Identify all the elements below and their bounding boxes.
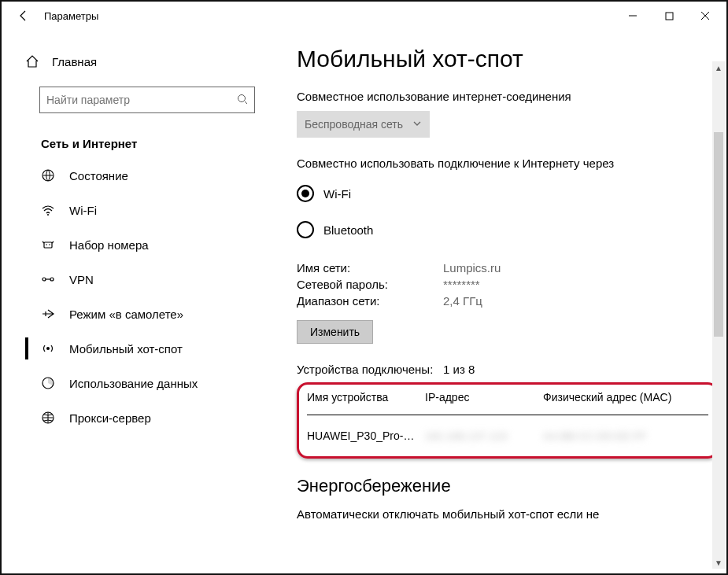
network-password-label: Сетевой пароль: [297,278,443,291]
edit-button[interactable]: Изменить [297,320,373,344]
sidebar-home[interactable]: Главная [2,46,281,77]
back-button[interactable] [5,2,42,30]
sidebar-item-vpn[interactable]: VPN [2,262,281,297]
svg-point-7 [47,214,49,216]
radio-label: Wi-Fi [323,187,351,201]
sidebar-home-label: Главная [52,55,97,68]
scrollbar-thumb[interactable] [714,132,723,337]
radio-unselected-icon [297,221,314,238]
sidebar-item-label: Прокси-сервер [69,411,151,425]
svg-point-16 [46,347,50,350]
devices-row: HUAWEI_P30_Pro-… 192.168.137.123 AA:BB:C… [307,415,708,442]
status-icon [41,168,58,182]
devices-connected-label: Устройства подключены: [297,363,443,376]
window-title: Параметры [44,10,98,22]
scroll-up-icon[interactable]: ▲ [712,61,725,74]
network-password-value: ******** [443,278,719,291]
devices-header-mac: Физический адрес (MAC) [543,391,708,404]
scrollbar[interactable]: ▲ ▼ [712,61,725,569]
share-over-label: Совместно использовать подключение к Инт… [297,157,719,170]
network-name-value: Lumpics.ru [443,261,719,275]
data-usage-icon [41,376,58,390]
power-description: Автоматически отключать мобильный хот-сп… [297,507,719,521]
sidebar-item-label: Использование данных [69,377,198,390]
svg-point-10 [49,244,50,245]
search-input[interactable] [39,87,255,113]
svg-rect-1 [666,13,673,20]
svg-rect-8 [44,242,52,248]
minimize-button[interactable] [615,2,651,30]
device-row-name: HUAWEI_P30_Pro-… [307,429,425,442]
network-name-label: Имя сети: [297,261,443,275]
wifi-icon [41,203,58,217]
devices-connected-value: 1 из 8 [443,363,719,376]
radio-selected-icon [297,185,314,202]
svg-point-13 [42,278,46,281]
svg-point-4 [238,94,246,101]
network-band-label: Диапазон сети: [297,294,443,308]
proxy-icon [41,411,58,425]
content-area: Мобильный хот-спот Совместное использова… [281,30,726,575]
sidebar-item-dialup[interactable]: Набор номера [2,227,281,262]
devices-table-highlight: Имя устройства IP-адрес Физический адрес… [297,382,719,459]
device-row-ip: 192.168.137.123 [425,430,543,442]
share-connection-label: Совместное использование интернет-соедин… [297,90,719,103]
svg-point-9 [46,244,47,245]
search-icon [237,94,248,107]
sidebar-item-hotspot[interactable]: Мобильный хот-спот [2,331,281,366]
sidebar: Главная Сеть и Интернет Состояние Wi-Fi [2,30,281,575]
vpn-icon [41,272,58,286]
network-band-value: 2,4 ГГц [443,294,719,308]
svg-point-14 [50,278,54,281]
close-button[interactable] [687,2,723,30]
sidebar-item-wifi[interactable]: Wi-Fi [2,193,281,227]
sidebar-item-airplane[interactable]: Режим «в самолете» [2,297,281,331]
sidebar-item-label: Мобильный хот-спот [69,342,183,356]
power-section-title: Энергосбережение [297,476,719,496]
svg-line-11 [42,241,44,243]
dropdown-value: Беспроводная сеть [305,118,403,131]
devices-table: Имя устройства IP-адрес Физический адрес… [307,391,708,442]
device-row-mac: AA:BB:CC:DD:EE:FF [543,430,708,442]
svg-line-5 [245,101,247,104]
sidebar-item-label: Набор номера [69,238,149,252]
sidebar-item-label: VPN [69,273,94,286]
title-bar: Параметры [2,2,726,30]
sidebar-item-datausage[interactable]: Использование данных [2,366,281,400]
page-title: Мобильный хот-спот [297,46,719,72]
share-connection-dropdown[interactable]: Беспроводная сеть [297,111,430,138]
airplane-icon [41,307,58,321]
devices-header-name: Имя устройства [307,391,425,404]
sidebar-item-label: Состояние [69,169,128,182]
svg-line-12 [52,241,54,243]
home-icon [25,54,42,68]
radio-bluetooth[interactable]: Bluetooth [297,214,719,245]
sidebar-item-label: Режим «в самолете» [69,308,183,321]
radio-label: Bluetooth [323,223,373,237]
search-field[interactable] [46,94,237,106]
sidebar-item-label: Wi-Fi [69,204,97,217]
sidebar-item-status[interactable]: Состояние [2,158,281,193]
maximize-button[interactable] [651,2,687,30]
sidebar-category: Сеть и Интернет [41,137,281,150]
scroll-down-icon[interactable]: ▼ [712,556,725,569]
radio-wifi[interactable]: Wi-Fi [297,178,719,209]
chevron-down-icon [412,118,422,131]
dialup-icon [41,238,58,252]
hotspot-icon [41,341,58,356]
sidebar-item-proxy[interactable]: Прокси-сервер [2,400,281,435]
devices-header-ip: IP-адрес [425,391,543,404]
